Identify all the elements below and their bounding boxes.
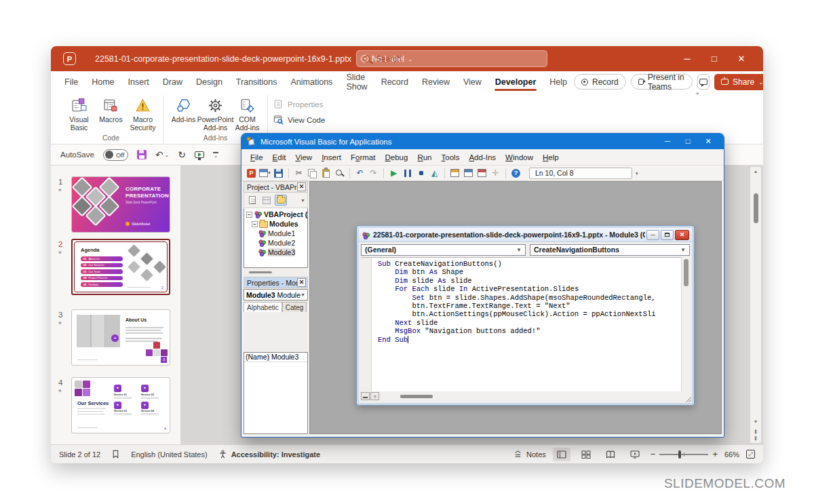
vba-menu-edit[interactable]: Edit	[268, 153, 291, 161]
procedure-view-button[interactable]: ▬	[361, 392, 370, 400]
properties-window-icon[interactable]	[463, 168, 474, 179]
run-icon[interactable]: ▶	[388, 168, 400, 179]
code-editor[interactable]: Sub CreateNavigationButtons() Dim btn As…	[361, 257, 681, 391]
redo-button[interactable]: ↻	[178, 149, 186, 160]
collapse-ribbon-icon[interactable]: ⌄	[695, 88, 700, 96]
procedure-dropdown[interactable]: CreateNavigationButtons ▼	[530, 244, 690, 256]
vba-minimize-button[interactable]: ─	[657, 137, 678, 146]
accessibility-status[interactable]: Accessibility: Investigate	[218, 450, 320, 459]
properties-object-selector[interactable]: Module3 Module ▼	[244, 289, 308, 301]
vba-menu-format[interactable]: Format	[346, 153, 380, 161]
share-button[interactable]: Share ⌄	[714, 74, 763, 90]
reading-view-button[interactable]	[602, 448, 619, 461]
maximize-button[interactable]: □	[701, 54, 728, 64]
vba-maximize-button[interactable]: □	[678, 137, 698, 146]
zoom-percentage[interactable]: 66%	[724, 450, 739, 459]
code-vertical-scrollbar[interactable]	[681, 257, 690, 391]
tree-item-vbaproject[interactable]: −VBAProject (2	[244, 210, 307, 219]
toggle-folders-icon[interactable]	[275, 195, 287, 206]
tree-item-module2[interactable]: Module2	[244, 238, 307, 248]
scrollbar-thumb[interactable]	[754, 193, 758, 223]
panel-scroll-icon[interactable]: ▼	[301, 198, 305, 203]
tree-item-modules[interactable]: −Modules	[244, 219, 307, 229]
slide-thumbnail-4[interactable]: Our Services ✦Service 01✦Service 02✦Serv…	[71, 377, 170, 433]
normal-view-button[interactable]	[553, 448, 570, 461]
tab-design[interactable]: Design	[189, 71, 229, 92]
record-button[interactable]: Record	[574, 74, 626, 90]
tab-help[interactable]: Help	[543, 71, 574, 92]
resize-grip[interactable]	[686, 397, 691, 402]
slide-thumbnail-2-selected[interactable]: Agenda 01About Us02Our Services03Our Tea…	[71, 239, 170, 295]
notes-button[interactable]: Notes	[513, 450, 546, 459]
canvas-scrollbar[interactable]: ▲ ▼ ▲▲ ▼▼	[750, 167, 761, 443]
close-panel-button[interactable]: ✕	[297, 278, 306, 287]
tab-categorized[interactable]: Categ	[282, 302, 307, 312]
code-close-button[interactable]: ✕	[675, 230, 689, 240]
close-panel-button[interactable]: ✕	[297, 182, 306, 191]
redo-icon[interactable]: ↷	[368, 168, 379, 179]
search-box[interactable]: Search	[356, 50, 547, 67]
find-icon[interactable]	[334, 168, 345, 179]
code-minimize-button[interactable]: ─	[646, 230, 659, 240]
toolbox-icon[interactable]: ✛	[490, 168, 501, 179]
copy-icon[interactable]	[307, 168, 318, 179]
vba-close-button[interactable]: ✕	[698, 137, 718, 146]
macros-button[interactable]: Macros	[95, 95, 127, 124]
comments-button[interactable]	[697, 74, 710, 90]
code-restore-button[interactable]	[661, 230, 674, 240]
properties-button[interactable]: Properties	[273, 99, 325, 109]
minimize-button[interactable]: ─	[674, 54, 701, 64]
tree-expander-icon[interactable]: −	[246, 212, 252, 218]
scroll-down-icon[interactable]: ▼	[754, 417, 758, 426]
macro-security-button[interactable]: Macro Security	[127, 95, 159, 132]
project-explorer-icon[interactable]	[449, 168, 461, 179]
powerpoint-add-ins-button[interactable]: PowerPoint Add-ins	[199, 95, 231, 132]
scrollbar-thumb[interactable]	[400, 395, 433, 398]
vba-menu-tools[interactable]: Tools	[437, 153, 465, 161]
help-icon[interactable]: ?	[510, 168, 522, 179]
zoom-slider[interactable]	[659, 454, 708, 455]
tab-draw[interactable]: Draw	[156, 71, 189, 92]
vba-menu-file[interactable]: File	[246, 153, 268, 161]
add-ins-button[interactable]: Add-ins	[168, 95, 199, 124]
slideshow-icon[interactable]	[195, 151, 204, 158]
tree-item-module1[interactable]: Module1	[244, 229, 307, 238]
bookmark-icon[interactable]	[111, 450, 120, 459]
visual-basic-button[interactable]: Visual Basic	[63, 95, 95, 132]
tab-animations[interactable]: Animations	[284, 71, 340, 92]
previous-slide-button[interactable]: ▲▲	[754, 429, 758, 433]
vba-menu-window[interactable]: Window	[501, 153, 538, 161]
design-mode-icon[interactable]: ◭	[429, 168, 440, 179]
tab-transitions[interactable]: Transitions	[229, 71, 284, 92]
tab-slide-show[interactable]: Slide Show	[339, 71, 374, 92]
property-row[interactable]: (Name) Module3	[244, 353, 307, 362]
object-dropdown[interactable]: (General) ▼	[361, 244, 526, 256]
slideshow-view-button[interactable]	[626, 448, 644, 461]
com-add-ins-button[interactable]: COM Add-ins	[231, 95, 263, 132]
zoom-out-button[interactable]: −	[651, 449, 656, 459]
language-indicator[interactable]: English (United States)	[131, 450, 208, 459]
vba-menu-view[interactable]: View	[290, 153, 317, 161]
toolbar-options-icon[interactable]: ▾	[636, 172, 638, 175]
tab-home[interactable]: Home	[85, 71, 121, 92]
save-icon[interactable]	[273, 168, 284, 179]
autosave-toggle[interactable]: Off	[103, 149, 128, 161]
tree-expander-icon[interactable]: −	[252, 221, 258, 227]
tab-developer[interactable]: Developer	[488, 71, 543, 92]
view-code-icon[interactable]	[246, 195, 258, 206]
undo-button[interactable]: ↶⌄	[155, 149, 169, 160]
slide-sorter-view-button[interactable]	[577, 448, 595, 461]
tab-alphabetic[interactable]: Alphabetic	[244, 302, 282, 312]
tab-view[interactable]: View	[457, 71, 488, 92]
full-module-view-button[interactable]: ≡	[370, 392, 379, 400]
vba-menu-insert[interactable]: Insert	[317, 153, 346, 161]
vba-menu-debug[interactable]: Debug	[380, 153, 412, 161]
tab-insert[interactable]: Insert	[121, 71, 156, 92]
present-in-teams-button[interactable]: Present in Teams	[631, 74, 693, 90]
close-button[interactable]: ✕	[728, 54, 755, 64]
scroll-up-icon[interactable]: ▲	[754, 167, 758, 176]
zoom-slider-thumb[interactable]	[678, 450, 681, 459]
vba-menu-help[interactable]: Help	[538, 153, 564, 161]
tree-item-module3[interactable]: Module3	[244, 248, 307, 257]
undo-icon[interactable]: ↶	[354, 168, 366, 179]
